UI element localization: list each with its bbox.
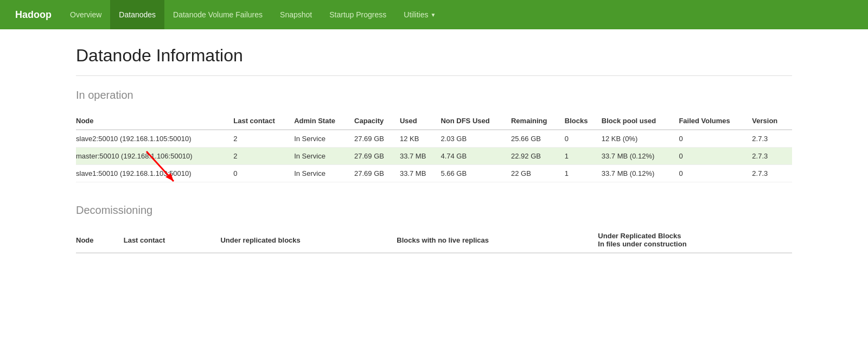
nav-datanodes[interactable]: Datanodes xyxy=(110,0,164,29)
decomissioning-col-last-contact: Last contact xyxy=(124,227,221,253)
col-remaining: Remaining xyxy=(511,112,565,130)
title-divider xyxy=(76,75,792,76)
col-blocks: Blocks xyxy=(565,112,602,130)
decomissioning-section: Decomissioning Node Last contact Under r… xyxy=(76,204,792,253)
col-used: Used xyxy=(400,112,441,130)
col-version: Version xyxy=(752,112,792,130)
in-operation-title: In operation xyxy=(76,89,792,101)
nav-startup-progress[interactable]: Startup Progress xyxy=(321,0,395,29)
navbar: Hadoop Overview Datanodes Datanode Volum… xyxy=(0,0,868,29)
decomissioning-col-under-replicated: Under replicated blocks xyxy=(220,227,397,253)
decomissioning-table: Node Last contact Under replicated block… xyxy=(76,227,792,253)
decomissioning-col-node: Node xyxy=(76,227,124,253)
col-node: Node xyxy=(76,112,233,130)
decomissioning-col-under-replicated-construction: Under Replicated BlocksIn files under co… xyxy=(598,227,792,253)
table-row: slave2:50010 (192.168.1.105:50010)2In Se… xyxy=(76,130,792,148)
table-row: master:50010 (192.168.1.106:50010)2In Se… xyxy=(76,148,792,165)
table-header-row: Node Last contact Admin State Capacity U… xyxy=(76,112,792,130)
decomissioning-col-no-live-replicas: Blocks with no live replicas xyxy=(397,227,598,253)
page-title: Datanode Information xyxy=(76,46,792,66)
table-row: slave1:50010 (192.168.1.103:50010)0In Se… xyxy=(76,165,792,182)
nav-overview[interactable]: Overview xyxy=(61,0,110,29)
col-last-contact: Last contact xyxy=(233,112,294,130)
in-operation-section: In operation Node Last contact Admin Sta… xyxy=(76,89,792,182)
nav-datanode-volume-failures[interactable]: Datanode Volume Failures xyxy=(164,0,271,29)
main-content: Datanode Information In operation Node L… xyxy=(54,29,814,291)
utilities-chevron-icon: ▼ xyxy=(430,12,436,18)
col-block-pool-used: Block pool used xyxy=(602,112,679,130)
col-failed-volumes: Failed Volumes xyxy=(679,112,752,130)
col-capacity: Capacity xyxy=(354,112,400,130)
brand-logo: Hadoop xyxy=(5,0,61,29)
col-non-dfs-used: Non DFS Used xyxy=(441,112,511,130)
nav-snapshot[interactable]: Snapshot xyxy=(271,0,321,29)
nav-utilities[interactable]: Utilities ▼ xyxy=(395,0,444,29)
decomissioning-title: Decomissioning xyxy=(76,204,792,217)
in-operation-table: Node Last contact Admin State Capacity U… xyxy=(76,112,792,182)
col-admin-state: Admin State xyxy=(294,112,354,130)
decomissioning-header-row: Node Last contact Under replicated block… xyxy=(76,227,792,253)
